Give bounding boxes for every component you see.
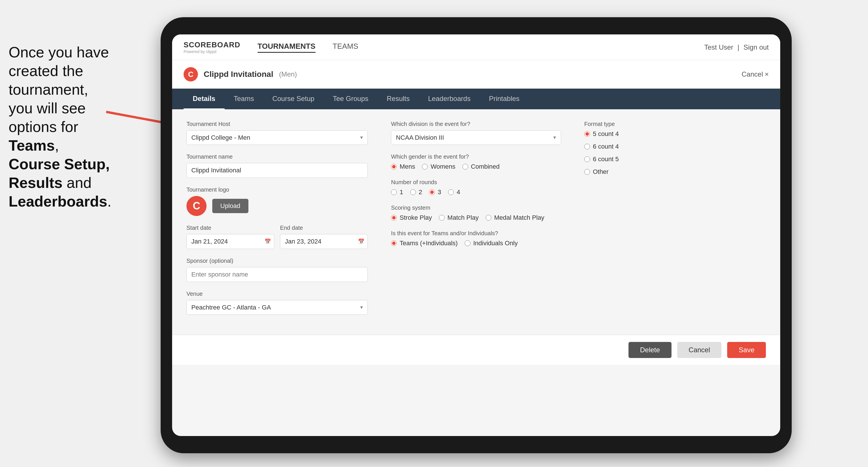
venue-select-wrapper: Peachtree GC - Atlanta - GA [186, 300, 368, 315]
rounds-1-radio[interactable] [391, 189, 397, 195]
format-5count4-option[interactable]: 5 count 4 [584, 130, 757, 138]
form-footer: Delete Cancel Save [172, 335, 780, 365]
tournament-host-select[interactable]: Clippd College - Men [186, 130, 368, 145]
form-left-column: Tournament Host Clippd College - Men Tou… [186, 121, 379, 323]
scoring-stroke-radio[interactable] [391, 215, 397, 221]
delete-button[interactable]: Delete [628, 342, 671, 358]
format-other-option[interactable]: Other [584, 168, 757, 176]
gender-womens-radio[interactable] [422, 164, 428, 169]
gender-mens-option[interactable]: Mens [391, 163, 415, 170]
rounds-4-radio[interactable] [448, 189, 454, 195]
rounds-2-radio[interactable] [410, 189, 416, 195]
gender-mens-radio[interactable] [391, 164, 397, 169]
format-other-radio[interactable] [584, 169, 590, 175]
separator: | [738, 43, 739, 51]
gender-combined-label: Combined [471, 163, 500, 170]
tournament-name-input[interactable] [186, 163, 368, 178]
division-group: Which division is the event for? NCAA Di… [391, 121, 561, 145]
scoring-medal-label: Medal Match Play [494, 214, 545, 221]
dates-group: Start date End date [186, 225, 368, 249]
tab-course-setup[interactable]: Course Setup [263, 89, 323, 109]
individuals-only-option[interactable]: Individuals Only [465, 240, 518, 247]
gender-combined-radio[interactable] [462, 164, 468, 169]
tournament-logo-label: Tournament logo [186, 186, 368, 193]
individuals-only-radio[interactable] [465, 240, 470, 246]
save-button[interactable]: Save [727, 342, 766, 358]
teams-plus-individuals-option[interactable]: Teams (+Individuals) [391, 240, 458, 247]
teams-plus-individuals-radio[interactable] [391, 240, 397, 246]
tournament-header: C Clippd Invitational (Men) Cancel × [172, 60, 780, 89]
tablet-screen: SCOREBOARD Powered by clippd TOURNAMENTS… [172, 34, 780, 436]
format-6count4-option[interactable]: 6 count 4 [584, 143, 757, 150]
format-6count5-radio[interactable] [584, 156, 590, 162]
format-6count5-label: 6 count 5 [593, 155, 619, 163]
rounds-3-option[interactable]: 3 [429, 188, 441, 196]
rounds-3-label: 3 [438, 188, 441, 196]
tab-printables[interactable]: Printables [479, 89, 529, 109]
rounds-3-radio[interactable] [429, 189, 435, 195]
start-date-input[interactable] [186, 234, 274, 249]
user-area: Test User | Sign out [704, 43, 769, 51]
tab-leaderboards[interactable]: Leaderboards [419, 89, 479, 109]
format-type-label: Format type [584, 121, 757, 127]
scoring-match-radio[interactable] [439, 215, 444, 221]
tournament-logo-group: Tournament logo C Upload [186, 186, 368, 216]
format-6count5-option[interactable]: 6 count 5 [584, 155, 757, 163]
rounds-1-label: 1 [400, 188, 403, 196]
rounds-4-label: 4 [457, 188, 460, 196]
form-content: Tournament Host Clippd College - Men Tou… [172, 109, 780, 335]
venue-select[interactable]: Peachtree GC - Atlanta - GA [186, 300, 368, 315]
teams-radio-group: Teams (+Individuals) Individuals Only [391, 240, 561, 247]
format-5count4-radio[interactable] [584, 131, 590, 137]
teams-label: Is this event for Teams and/or Individua… [391, 230, 561, 237]
upload-button[interactable]: Upload [212, 199, 248, 213]
start-date-group: Start date [186, 225, 274, 249]
tab-details[interactable]: Details [184, 89, 225, 109]
end-date-wrapper [280, 234, 368, 249]
scoring-match-option[interactable]: Match Play [439, 214, 479, 221]
tab-tee-groups[interactable]: Tee Groups [323, 89, 377, 109]
scoring-stroke-option[interactable]: Stroke Play [391, 214, 432, 221]
division-select-wrapper: NCAA Division III [391, 130, 561, 145]
form-right-column: Format type 5 count 4 6 count 4 6 cou [573, 121, 766, 323]
start-date-label: Start date [186, 225, 274, 231]
signout-link[interactable]: Sign out [744, 43, 769, 51]
format-6count4-radio[interactable] [584, 144, 590, 150]
tab-results[interactable]: Results [377, 89, 419, 109]
form-middle-column: Which division is the event for? NCAA Di… [379, 121, 572, 323]
rounds-2-option[interactable]: 2 [410, 188, 422, 196]
main-navigation: TOURNAMENTS TEAMS [257, 42, 704, 53]
sponsor-input[interactable] [186, 267, 368, 282]
division-select[interactable]: NCAA Division III [391, 130, 561, 145]
scoring-medal-radio[interactable] [486, 215, 491, 221]
gender-combined-option[interactable]: Combined [462, 163, 500, 170]
venue-label: Venue [186, 290, 368, 297]
format-type-group: Format type 5 count 4 6 count 4 6 cou [584, 121, 757, 176]
nav-teams[interactable]: TEAMS [333, 42, 359, 53]
cancel-tournament-btn[interactable]: Cancel × [742, 70, 769, 78]
tournament-host-label: Tournament Host [186, 121, 368, 127]
tournament-name: Clippd Invitational [204, 70, 273, 79]
gender-group: Which gender is the event for? Mens Wome… [391, 153, 561, 170]
nav-tournaments[interactable]: TOURNAMENTS [257, 42, 315, 53]
tournament-name-label: Tournament name [186, 153, 368, 160]
end-date-group: End date [280, 225, 368, 249]
tournament-name-group: Tournament name [186, 153, 368, 178]
sponsor-group: Sponsor (optional) [186, 258, 368, 282]
cancel-button[interactable]: Cancel [677, 342, 722, 358]
scoring-medal-option[interactable]: Medal Match Play [486, 214, 545, 221]
end-date-input[interactable] [280, 234, 368, 249]
rounds-radio-group: 1 2 3 4 [391, 188, 561, 196]
logo-title: SCOREBOARD [184, 40, 240, 49]
logo-upload-area: C Upload [186, 196, 368, 216]
rounds-group: Number of rounds 1 2 3 [391, 179, 561, 196]
logo-area: SCOREBOARD Powered by clippd [184, 40, 240, 54]
rounds-1-option[interactable]: 1 [391, 188, 403, 196]
rounds-2-label: 2 [419, 188, 422, 196]
tournament-host-select-wrapper: Clippd College - Men [186, 130, 368, 145]
end-date-label: End date [280, 225, 368, 231]
tab-teams[interactable]: Teams [225, 89, 263, 109]
rounds-4-option[interactable]: 4 [448, 188, 460, 196]
gender-womens-option[interactable]: Womens [422, 163, 455, 170]
scoring-stroke-label: Stroke Play [400, 214, 432, 221]
